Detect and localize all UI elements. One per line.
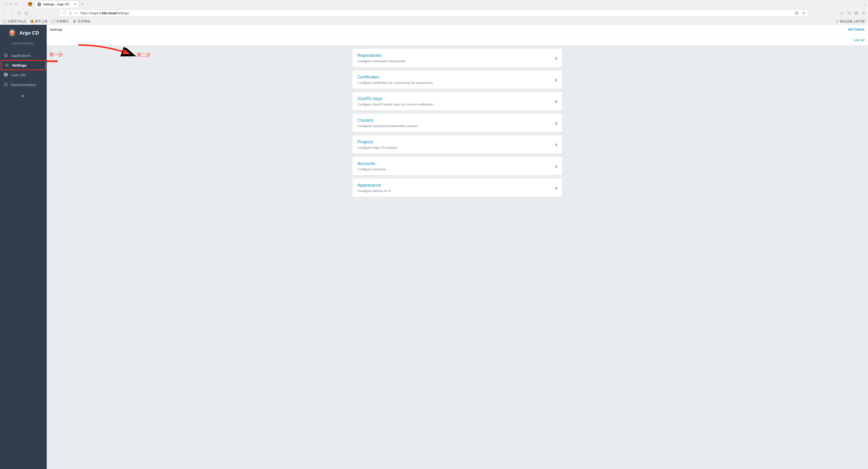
logout-link[interactable]: Log out (853, 38, 865, 42)
chevron-right-icon: › (555, 162, 557, 170)
svg-rect-6 (855, 12, 858, 14)
nav-label: Documentation (11, 82, 36, 87)
svg-rect-3 (795, 12, 797, 13)
breadcrumb: Settings (50, 28, 63, 31)
card-title: Clusters (358, 118, 555, 123)
lock-icon (69, 11, 72, 15)
main-content: Settings SETTINGS Log out 第一步 第二步 (47, 25, 868, 469)
key-icon (74, 11, 78, 15)
bookmark-item-0[interactable]: 火狐官方站点 (3, 19, 27, 24)
firefox-icon (28, 2, 33, 6)
annotation-step1-text: 第一步 (49, 52, 63, 58)
card-clusters[interactable]: Clusters Configure connected Kubernetes … (352, 114, 562, 132)
svg-point-10 (6, 65, 7, 66)
bookmarks-bar: 火狐官方站点 新手上路 常用网址 京东商城 移动设备上的书签 (0, 18, 868, 25)
history-back-icon[interactable] (847, 11, 851, 15)
browser-tab[interactable]: Settings - Argo CD ✕ (35, 1, 79, 7)
address-bar[interactable]: https://argocd.k8s.local/settings (60, 10, 808, 16)
svg-point-7 (31, 20, 34, 23)
nav-label: Settings (12, 63, 27, 67)
svg-rect-13 (5, 83, 7, 86)
user-icon (3, 72, 8, 77)
bookmark-star-icon[interactable] (802, 11, 805, 15)
gear-icon (4, 63, 9, 68)
card-title: Certificates (358, 75, 555, 80)
nav-item-documentation[interactable]: Documentation (0, 80, 47, 90)
card-accounts[interactable]: Accounts Configure Accounts › (352, 157, 562, 175)
svg-rect-5 (795, 13, 797, 14)
card-repositories[interactable]: Repositories Configure connected reposit… (352, 49, 562, 67)
extensions-icon[interactable] (855, 11, 858, 15)
nav-list: Applications Settings User Info Document… (0, 51, 47, 90)
collapse-sidebar-button[interactable] (0, 90, 47, 103)
annotation-step2-text: 第二步 (137, 52, 151, 58)
card-title: Appearance (358, 183, 555, 188)
home-button[interactable] (24, 11, 28, 15)
svg-point-2 (75, 13, 76, 14)
breadcrumb-bar: Settings SETTINGS (47, 25, 868, 34)
close-window-dot[interactable] (5, 3, 8, 6)
maximize-window-dot[interactable] (14, 3, 18, 6)
card-certificates[interactable]: Certificates Configure certificates for … (352, 70, 562, 89)
browser-tools (840, 11, 866, 15)
card-gnupg[interactable]: GnuPG keys Configure GnuPG public keys f… (352, 92, 562, 110)
svg-rect-9 (836, 20, 838, 23)
version-text: v2.5.3+0c7de21 (12, 42, 34, 45)
new-tab-button[interactable]: + (81, 2, 84, 7)
bookmark-item-1[interactable]: 新手上路 (30, 19, 48, 24)
close-tab-icon[interactable]: ✕ (74, 2, 76, 6)
download-icon[interactable] (840, 11, 844, 15)
card-desc: Configure GnuPG public keys for commit v… (358, 103, 555, 106)
url-text: https://argocd.k8s.local/settings (80, 11, 129, 15)
settings-link[interactable]: SETTINGS (848, 28, 865, 31)
tabs-dropdown-icon[interactable]: ⌄ (862, 1, 866, 7)
menu-icon[interactable] (862, 11, 866, 15)
card-desc: Configure Accounts (358, 167, 555, 171)
tab-bar: Settings - Argo CD ✕ + ⌄ (0, 0, 868, 8)
nav-buttons (2, 11, 28, 15)
back-button[interactable] (2, 11, 6, 15)
chevron-right-icon: › (555, 184, 557, 192)
svg-rect-1 (69, 13, 71, 14)
card-appearance[interactable]: Appearance Configure themes in UI › (352, 178, 562, 197)
card-desc: Configure connected Kubernetes clusters (358, 124, 555, 128)
globe-icon (73, 20, 76, 23)
nav-item-userinfo[interactable]: User Info (0, 70, 47, 80)
mobile-bookmarks[interactable]: 移动设备上的书签 (836, 19, 865, 24)
chevron-right-icon: › (555, 97, 557, 105)
settings-cards: 第一步 第二步 (47, 45, 868, 204)
book-icon (3, 82, 8, 87)
shield-icon (63, 11, 66, 15)
nav-label: User Info (11, 73, 26, 77)
bookmark-item-2[interactable]: 常用网址 (52, 19, 69, 24)
card-desc: Configure connected repositories (358, 59, 555, 63)
mobile-icon (836, 20, 839, 23)
forward-button[interactable] (10, 11, 13, 15)
qr-icon[interactable] (795, 11, 799, 15)
svg-point-12 (5, 74, 6, 75)
app-container: Argo CD v2.5.3+0c7de21 Applications Sett… (0, 25, 868, 469)
svg-rect-4 (797, 12, 798, 13)
reload-button[interactable] (17, 11, 21, 15)
folder-icon (3, 20, 6, 23)
card-projects[interactable]: Projects Configure Argo CD projects › (352, 135, 562, 154)
card-title: Accounts (358, 161, 555, 166)
nav-item-applications[interactable]: Applications (0, 51, 47, 60)
layers-icon (3, 53, 8, 58)
minimize-window-dot[interactable] (10, 3, 13, 6)
address-bar-row: https://argocd.k8s.local/settings (0, 8, 868, 18)
chevron-right-icon: › (555, 141, 557, 148)
chevron-right-icon: › (555, 54, 557, 62)
firefox-small-icon (30, 20, 34, 23)
card-desc: Configure certificates for connecting Gi… (358, 81, 555, 85)
sidebar: Argo CD v2.5.3+0c7de21 Applications Sett… (0, 25, 47, 469)
folder-icon (52, 20, 55, 23)
annotation-arrow-1 (47, 58, 59, 64)
card-title: Repositories (358, 53, 555, 58)
window-controls (2, 3, 21, 6)
app-title: Argo CD (19, 30, 39, 36)
tab-favicon-icon (37, 2, 41, 6)
nav-item-settings[interactable]: Settings (1, 60, 46, 70)
bookmark-item-3[interactable]: 京东商城 (73, 19, 90, 24)
chevron-right-icon: › (555, 119, 557, 127)
